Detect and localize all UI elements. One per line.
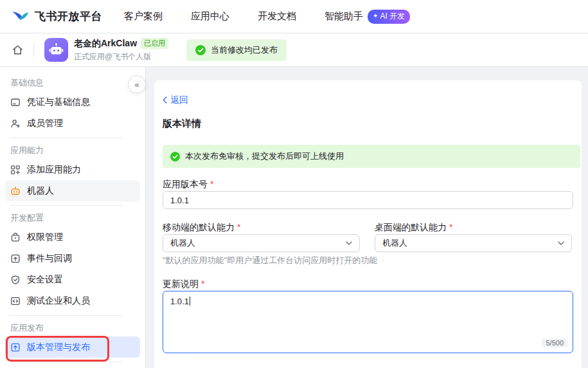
home-icon: [12, 44, 24, 56]
sidebar-item-label: 成员管理: [27, 118, 63, 129]
back-link[interactable]: 返回: [163, 95, 188, 105]
publish-status-pill: 当前修改均已发布: [186, 39, 287, 61]
top-navbar: 飞书开放平台 客户案例 应用中心 开发文档 智能助手 ✦ AI 开发: [0, 0, 588, 33]
sidebar-divider: [10, 315, 123, 316]
event-callback-icon: [10, 253, 21, 264]
sidebar-item-label: 机器人: [27, 185, 54, 197]
chevron-down-icon: [346, 241, 352, 245]
update-notes-textarea[interactable]: 1.0.1 5/500: [163, 291, 573, 353]
app-header-bar: 老金的ArkClaw 已启用 正式应用@飞书个人版 当前修改均已发布: [0, 33, 588, 67]
version-detail-panel: 返回 版本详情 本次发布免审核，提交发布后即可上线使用 应用版本号 * 移动端的…: [154, 80, 582, 368]
version-upload-icon: [10, 342, 21, 353]
sidebar-item-members[interactable]: 成员管理: [5, 113, 140, 134]
sidebar-item-label: 安全设置: [27, 274, 63, 286]
app-subtitle: 正式应用@飞书个人版: [74, 51, 168, 62]
page-title: 版本详情: [163, 118, 573, 128]
brand-name: 飞书开放平台: [35, 9, 102, 24]
desktop-capability-select[interactable]: 机器人: [375, 234, 572, 252]
sparkle-icon: ✦: [373, 13, 378, 19]
back-chevron-icon: [163, 97, 167, 104]
mobile-capability-label: 移动端的默认能力 *: [163, 222, 360, 232]
default-capability-helper: "默认的应用功能"即用户通过工作台访问应用时打开的功能: [163, 255, 573, 265]
sidebar-section-app-release: 应用发布: [0, 320, 145, 336]
char-counter: 5/500: [542, 338, 567, 347]
sidebar-divider: [10, 205, 123, 206]
nav-item-ai-assistant[interactable]: 智能助手: [325, 10, 363, 23]
sidebar-item-label: 事件与回调: [27, 253, 72, 264]
update-notes-value: 1.0.1: [170, 297, 189, 306]
sidebar-section-basic-info: 基础信息: [0, 75, 145, 91]
back-label: 返回: [170, 95, 188, 105]
sidebar-item-version-release[interactable]: 版本管理与发布: [5, 336, 140, 358]
sidebar-item-credentials[interactable]: 凭证与基础信息: [5, 91, 140, 113]
nav-item-customer-cases[interactable]: 客户案例: [124, 10, 163, 23]
mobile-capability-value: 机器人: [170, 237, 195, 249]
banner-text: 本次发布免审核，提交发布后即可上线使用: [185, 151, 344, 162]
sidebar-item-label: 添加应用能力: [27, 164, 81, 176]
robot-avatar-icon: [48, 42, 64, 58]
required-asterisk: *: [210, 179, 213, 189]
update-notes-label: 更新说明 *: [163, 279, 573, 289]
version-field-label: 应用版本号 *: [163, 179, 573, 189]
required-asterisk: *: [201, 279, 204, 289]
sidebar-item-robot[interactable]: 机器人: [5, 180, 140, 201]
home-button[interactable]: [9, 42, 26, 59]
nav-item-dev-docs[interactable]: 开发文档: [258, 10, 296, 23]
sidebar-item-events[interactable]: 事件与回调: [5, 248, 140, 269]
sidebar-divider: [10, 362, 123, 362]
banner-check-icon: [170, 152, 180, 161]
sidebar-item-label: 凭证与基础信息: [27, 97, 90, 108]
sidebar-section-capabilities: 应用能力: [0, 142, 145, 159]
required-asterisk: *: [237, 222, 240, 232]
security-shield-icon: [10, 275, 21, 285]
sidebar-collapse-button[interactable]: «: [128, 75, 146, 93]
nav-menu: 客户案例 应用中心 开发文档 智能助手 ✦ AI 开发: [124, 10, 410, 24]
sidebar-item-label: 测试企业和人员: [27, 295, 90, 307]
check-circle-icon: [195, 45, 206, 55]
desktop-capability-label: 桌面端的默认能力 *: [375, 222, 572, 232]
desktop-capability-value: 机器人: [382, 237, 407, 249]
chevron-down-icon: [558, 241, 564, 245]
text-cursor: [190, 297, 190, 306]
sidebar-item-add-capability[interactable]: 添加应用能力: [5, 159, 140, 180]
sidebar-item-test-org[interactable]: 测试企业和人员: [5, 290, 140, 311]
ai-dev-badge[interactable]: ✦ AI 开发: [368, 10, 410, 24]
nav-item-app-center[interactable]: 应用中心: [191, 10, 229, 23]
robot-icon: [10, 186, 21, 196]
collapse-chevrons-icon: «: [134, 80, 139, 89]
add-capability-icon: [10, 165, 21, 175]
test-code-icon: [10, 296, 21, 306]
review-exempt-banner: 本次发布免审核，提交发布后即可上线使用: [163, 145, 580, 168]
sidebar-section-dev-config: 开发配置: [0, 210, 145, 226]
app-meta: 老金的ArkClaw 已启用 正式应用@飞书个人版: [74, 38, 168, 62]
sidebar-item-security[interactable]: 安全设置: [5, 269, 140, 290]
sidebar-divider: [10, 138, 123, 138]
app-avatar: [44, 38, 68, 62]
sidebar: 基础信息 凭证与基础信息 成员管理 应用能力: [0, 67, 146, 368]
sidebar-item-label: 版本管理与发布: [27, 342, 90, 353]
enabled-status-badge: 已启用: [141, 38, 168, 49]
ai-badge-label: AI 开发: [380, 11, 405, 22]
sidebar-item-permissions[interactable]: 权限管理: [5, 226, 140, 248]
default-capability-row: 移动端的默认能力 * 机器人 桌面端的默认能力 *: [163, 222, 573, 252]
version-input[interactable]: [163, 191, 573, 209]
feishu-logo[interactable]: 飞书开放平台: [12, 9, 102, 24]
content-area: 基础信息 凭证与基础信息 成员管理 应用能力: [0, 67, 588, 368]
mobile-capability-select[interactable]: 机器人: [163, 234, 360, 252]
publish-status-text: 当前修改均已发布: [211, 44, 278, 56]
member-add-icon: [10, 118, 21, 129]
required-asterisk: *: [449, 222, 452, 232]
feishu-bird-icon: [12, 10, 29, 24]
sidebar-item-label: 权限管理: [27, 232, 63, 243]
header-divider: [33, 43, 34, 57]
id-card-icon: [10, 97, 21, 107]
app-name: 老金的ArkClaw: [74, 38, 137, 50]
permission-lock-icon: [10, 232, 21, 243]
